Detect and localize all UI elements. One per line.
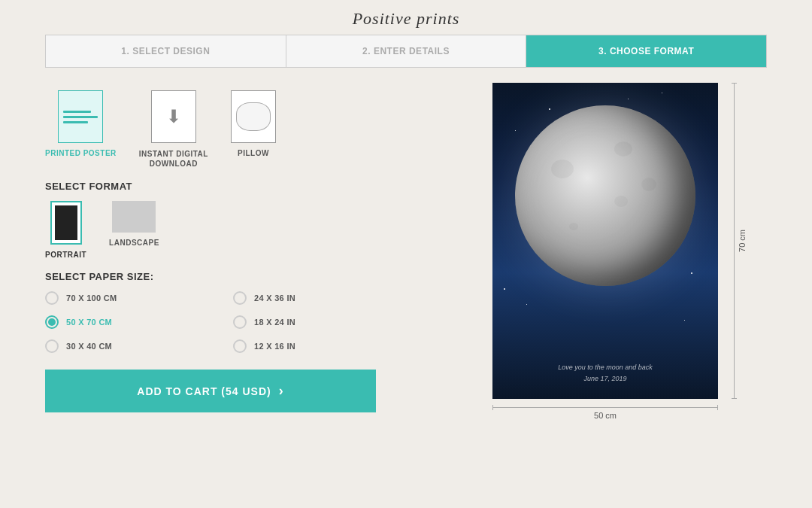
add-to-cart-arrow: › xyxy=(279,383,284,399)
radio-12x16in[interactable] xyxy=(233,339,247,353)
select-paper-size-label: SELECT PAPER SIZE: xyxy=(45,271,421,282)
landscape-icon xyxy=(112,201,156,233)
radio-inner-50x70cm xyxy=(48,318,56,326)
star xyxy=(628,99,629,99)
select-paper-size-section: SELECT PAPER SIZE: 70 x 100 CM 50 x 70 C… xyxy=(45,271,421,353)
paper-sizes-right-column: 24 x 36 IN 18 x 24 IN 12 x 16 IN xyxy=(233,291,421,353)
dim-line-vertical xyxy=(734,83,735,399)
dim-text-width: 50 cm xyxy=(594,411,617,420)
portrait-inner xyxy=(55,205,77,240)
pillow-label: PILLOW xyxy=(238,149,269,157)
star xyxy=(504,288,505,290)
size-label-24x36in: 24 x 36 IN xyxy=(254,294,295,303)
format-option-landscape[interactable]: LANDSCAPE xyxy=(109,201,159,247)
size-label-12x16in: 12 x 16 IN xyxy=(254,342,295,351)
moon xyxy=(515,105,695,286)
format-type-pillow[interactable]: PILLOW xyxy=(231,90,276,157)
printed-poster-icon-box xyxy=(58,90,103,143)
size-option-30x40cm[interactable]: 30 x 40 CM xyxy=(45,339,233,353)
crater-2 xyxy=(614,196,628,207)
steps-nav: 1. SELECT DESIGN 2. ENTER DETAILS 3. CHO… xyxy=(45,35,767,68)
poster-text-line2: June 17, 2019 xyxy=(492,373,718,384)
radio-30x40cm[interactable] xyxy=(45,339,59,353)
poster-text: Love you to the moon and back June 17, 2… xyxy=(492,362,718,384)
star xyxy=(691,272,692,274)
size-option-12x16in[interactable]: 12 x 16 IN xyxy=(233,339,421,353)
header: Positive prints xyxy=(0,0,812,35)
left-panel: PRINTED POSTER ⬇ INSTANT DIGITAL DOWNLOA… xyxy=(45,83,421,500)
pillow-icon-box xyxy=(231,90,276,143)
size-option-18x24in[interactable]: 18 x 24 IN xyxy=(233,315,421,329)
step-select-design[interactable]: 1. SELECT DESIGN xyxy=(46,35,286,67)
paper-sizes: 70 x 100 CM 50 x 70 CM 30 x 40 CM xyxy=(45,291,421,353)
poster-preview: Love you to the moon and back June 17, 2… xyxy=(492,83,718,399)
crater-5 xyxy=(641,178,656,191)
main-content: PRINTED POSTER ⬇ INSTANT DIGITAL DOWNLOA… xyxy=(0,68,812,500)
step-enter-details[interactable]: 2. ENTER DETAILS xyxy=(286,35,527,67)
star xyxy=(515,130,516,131)
digital-download-label: INSTANT DIGITAL DOWNLOAD xyxy=(139,149,208,169)
poster-preview-container: Love you to the moon and back June 17, 2… xyxy=(492,83,718,399)
star xyxy=(526,304,527,305)
digital-download-icon-box: ⬇ xyxy=(151,90,196,143)
size-label-50x70cm: 50 x 70 CM xyxy=(66,318,112,327)
format-option-portrait[interactable]: PORTRAIT xyxy=(45,201,86,259)
format-types: PRINTED POSTER ⬇ INSTANT DIGITAL DOWNLOA… xyxy=(45,90,421,169)
download-icon: ⬇ xyxy=(166,106,181,127)
poster-text-line1: Love you to the moon and back xyxy=(492,362,718,373)
dimension-width: 50 cm xyxy=(492,407,718,420)
radio-50x70cm[interactable] xyxy=(45,315,59,329)
logo: Positive prints xyxy=(353,9,460,28)
pillow-shape-icon xyxy=(236,102,271,131)
landscape-label: LANDSCAPE xyxy=(109,239,159,247)
step-choose-format[interactable]: 3. CHOOSE FORMAT xyxy=(526,35,766,67)
poster-line-1 xyxy=(63,111,91,113)
format-type-digital-download[interactable]: ⬇ INSTANT DIGITAL DOWNLOAD xyxy=(139,90,208,169)
paper-sizes-left-column: 70 x 100 CM 50 x 70 CM 30 x 40 CM xyxy=(45,291,233,353)
crater-3 xyxy=(614,141,632,157)
size-label-70x100cm: 70 x 100 CM xyxy=(66,294,117,303)
portrait-icon xyxy=(50,201,82,245)
select-format-label: SELECT FORMAT xyxy=(45,181,421,192)
poster-line-3 xyxy=(63,121,87,123)
add-to-cart-label: ADD TO CART (54 USD) xyxy=(137,385,271,397)
radio-70x100cm[interactable] xyxy=(45,291,59,305)
size-option-24x36in[interactable]: 24 x 36 IN xyxy=(233,291,421,305)
add-to-cart-button[interactable]: ADD TO CART (54 USD) › xyxy=(45,370,376,412)
format-type-printed-poster[interactable]: PRINTED POSTER xyxy=(45,90,117,157)
crater-1 xyxy=(551,160,574,178)
dim-text-height: 70 cm xyxy=(738,230,747,252)
poster-lines-icon xyxy=(59,105,102,129)
star xyxy=(684,320,685,321)
size-label-18x24in: 18 x 24 IN xyxy=(254,318,295,327)
radio-18x24in[interactable] xyxy=(233,315,247,329)
star xyxy=(549,108,550,110)
star xyxy=(662,93,662,93)
poster-line-2 xyxy=(63,116,98,118)
portrait-label: PORTRAIT xyxy=(45,251,86,259)
radio-24x36in[interactable] xyxy=(233,291,247,305)
crater-4 xyxy=(569,223,578,230)
dim-line-horizontal xyxy=(492,407,718,408)
printed-poster-label: PRINTED POSTER xyxy=(45,149,117,157)
format-options: PORTRAIT LANDSCAPE xyxy=(45,201,421,259)
select-format-section: SELECT FORMAT PORTRAIT LANDSCAPE xyxy=(45,181,421,259)
size-option-70x100cm[interactable]: 70 x 100 CM xyxy=(45,291,233,305)
right-panel: Love you to the moon and back June 17, 2… xyxy=(444,83,767,500)
size-option-50x70cm[interactable]: 50 x 70 CM xyxy=(45,315,233,329)
size-label-30x40cm: 30 x 40 CM xyxy=(66,342,112,351)
dimension-height: 70 cm xyxy=(734,83,747,399)
